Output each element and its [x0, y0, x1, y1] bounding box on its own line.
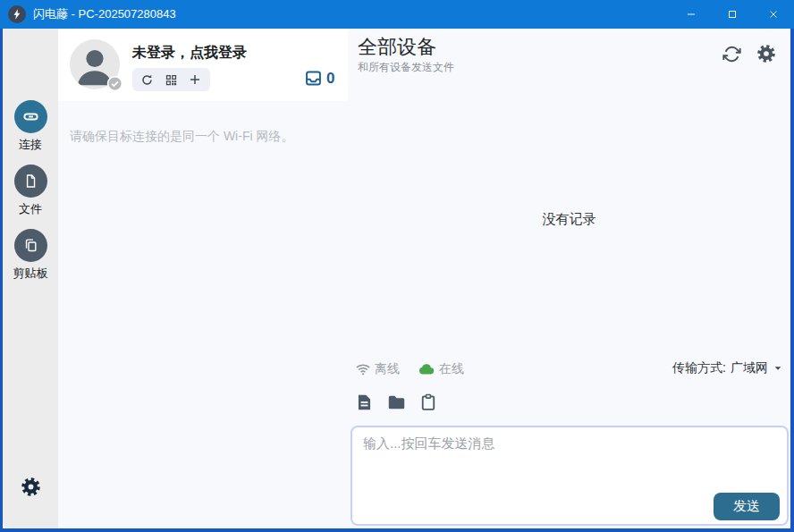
inbox-icon	[304, 69, 323, 88]
wifi-icon	[355, 361, 371, 377]
profile-card: 未登录，点我登录 0	[58, 29, 348, 101]
refresh-icon[interactable]	[140, 73, 154, 87]
offline-label: 离线	[375, 361, 400, 377]
cloud-status: 在线	[418, 360, 464, 378]
received-count: 0	[326, 70, 334, 88]
profile-actions	[132, 68, 210, 91]
maximize-button[interactable]	[712, 0, 753, 29]
window-border	[0, 528, 794, 532]
chevron-down-icon	[773, 363, 783, 374]
app-logo-icon	[8, 5, 26, 23]
sidebar: 连接 文件 剪贴板	[3, 29, 58, 528]
window-border	[0, 29, 3, 532]
received-counter[interactable]: 0	[304, 69, 334, 88]
sync-button[interactable]	[722, 45, 741, 63]
cloud-icon	[418, 360, 435, 378]
window-title: 闪电藤 - PC-202507280843	[33, 0, 176, 29]
folder-icon	[386, 393, 407, 412]
file-icon	[14, 165, 47, 198]
title-bar: 闪电藤 - PC-202507280843	[0, 0, 794, 29]
send-button[interactable]: 发送	[714, 493, 780, 520]
lan-status: 离线	[355, 361, 400, 377]
sidebar-item-label: 文件	[3, 201, 58, 217]
clipboard-icon	[419, 393, 437, 412]
gear-icon	[756, 44, 776, 63]
send-folder-button[interactable]	[386, 393, 407, 412]
page-title: 全部设备	[358, 34, 436, 61]
sidebar-item-label: 连接	[3, 137, 58, 153]
online-label: 在线	[439, 361, 464, 377]
status-check-badge	[106, 75, 123, 92]
transfer-label: 传输方式:	[672, 360, 726, 376]
transfer-method-dropdown[interactable]: 传输方式: 广域网	[672, 360, 783, 376]
transfer-value: 广域网	[731, 360, 768, 376]
login-prompt[interactable]: 未登录，点我登录	[132, 44, 247, 63]
file-text-icon	[355, 393, 374, 412]
paste-clipboard-button[interactable]	[419, 393, 437, 412]
device-settings-button[interactable]	[756, 44, 776, 63]
window-border	[790, 29, 794, 532]
status-row: 离线 在线	[355, 360, 464, 378]
sidebar-item-clipboard[interactable]: 剪贴板	[3, 229, 58, 282]
message-composer: 发送	[351, 426, 789, 526]
page-subtitle: 和所有设备发送文件	[358, 60, 454, 75]
empty-records-text: 没有记录	[348, 211, 790, 228]
sidebar-item-connect[interactable]: 连接	[3, 100, 58, 153]
gear-icon	[21, 477, 41, 497]
attach-toolbar	[355, 393, 437, 412]
qrcode-icon[interactable]	[165, 73, 178, 87]
wifi-hint-text: 请确保目标连接的是同一个 Wi-Fi 网络。	[70, 129, 338, 145]
app-window: 闪电藤 - PC-202507280843 连接 文件	[0, 0, 794, 532]
send-file-button[interactable]	[355, 393, 374, 412]
minimize-button[interactable]	[671, 0, 712, 29]
sync-icon	[722, 45, 741, 63]
clipboard-copy-icon	[14, 229, 47, 262]
add-icon[interactable]	[188, 72, 202, 87]
sidebar-item-label: 剪贴板	[3, 266, 58, 282]
settings-button[interactable]	[3, 477, 58, 497]
link-icon	[14, 100, 47, 133]
close-button[interactable]	[753, 0, 794, 29]
sidebar-item-files[interactable]: 文件	[3, 165, 58, 217]
